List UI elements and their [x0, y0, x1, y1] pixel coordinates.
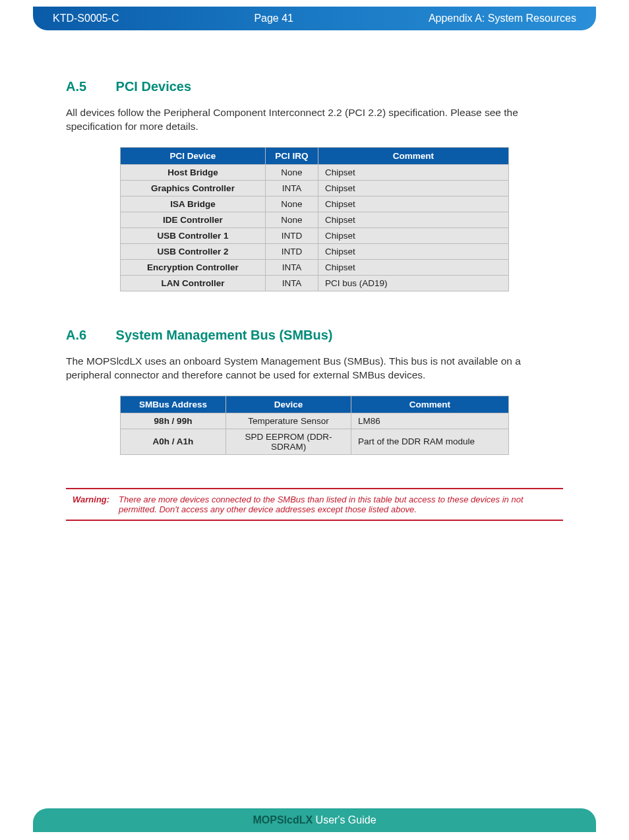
table-row: 98h / 99hTemperature SensorLM86: [121, 413, 509, 429]
section-a5-text: All devices follow the Peripheral Compon…: [66, 106, 563, 134]
section-a5-heading: A.5 PCI Devices: [66, 79, 563, 94]
cell-device: USB Controller 2: [121, 243, 266, 259]
warning-label: Warning:: [66, 495, 119, 514]
cell-address: A0h / A1h: [121, 429, 226, 454]
page-number: Page 41: [254, 13, 293, 24]
section-title: PCI Devices: [116, 79, 192, 94]
cell-device: IDE Controller: [121, 212, 266, 227]
table-row: Graphics ControllerINTAChipset: [121, 180, 509, 196]
smbus-table: SMBus Address Device Comment 98h / 99hTe…: [120, 396, 509, 455]
page-header: KTD-S0005-C Page 41 Appendix A: System R…: [33, 7, 596, 30]
cell-comment: Chipset: [318, 259, 509, 275]
footer-guide: User's Guide: [313, 814, 376, 825]
section-number: A.5: [66, 79, 112, 94]
table-row: Encryption ControllerINTAChipset: [121, 259, 509, 275]
cell-comment: Chipset: [318, 164, 509, 180]
warning-text: There are more devices connected to the …: [119, 495, 563, 514]
table-row: ISA BridgeNoneChipset: [121, 196, 509, 212]
cell-irq: None: [266, 196, 318, 212]
col-pci-irq: PCI IRQ: [266, 147, 318, 164]
cell-irq: None: [266, 164, 318, 180]
pci-devices-table: PCI Device PCI IRQ Comment Host BridgeNo…: [120, 147, 509, 291]
col-smbus-address: SMBus Address: [121, 396, 226, 413]
table-row: Host BridgeNoneChipset: [121, 164, 509, 180]
cell-comment: Chipset: [318, 212, 509, 227]
footer-product: MOPSlcdLX: [253, 814, 313, 825]
cell-device: Host Bridge: [121, 164, 266, 180]
cell-device: Encryption Controller: [121, 259, 266, 275]
table-row: A0h / A1hSPD EEPROM (DDR-SDRAM)Part of t…: [121, 429, 509, 454]
section-a6-heading: A.6 System Management Bus (SMBus): [66, 328, 563, 343]
table-row: LAN ControllerINTAPCI bus (AD19): [121, 275, 509, 291]
cell-device: SPD EEPROM (DDR-SDRAM): [226, 429, 351, 454]
cell-device: USB Controller 1: [121, 227, 266, 243]
col-pci-device: PCI Device: [121, 147, 266, 164]
col-device: Device: [226, 396, 351, 413]
page-footer: MOPSlcdLX User's Guide: [33, 808, 596, 832]
section-a6-text: The MOPSlcdLX uses an onboard System Man…: [66, 355, 563, 382]
cell-device: LAN Controller: [121, 275, 266, 291]
cell-comment: Chipset: [318, 243, 509, 259]
cell-irq: INTA: [266, 180, 318, 196]
section-title: System Management Bus (SMBus): [116, 328, 333, 342]
cell-irq: INTD: [266, 243, 318, 259]
cell-device: Graphics Controller: [121, 180, 266, 196]
section-number: A.6: [66, 328, 112, 343]
col-comment: Comment: [351, 396, 509, 413]
cell-irq: INTA: [266, 275, 318, 291]
cell-irq: INTD: [266, 227, 318, 243]
cell-comment: LM86: [351, 413, 509, 429]
doc-id: KTD-S0005-C: [53, 13, 119, 24]
cell-irq: None: [266, 212, 318, 227]
table-row: USB Controller 2INTDChipset: [121, 243, 509, 259]
cell-device: Temperature Sensor: [226, 413, 351, 429]
table-row: USB Controller 1INTDChipset: [121, 227, 509, 243]
table-row: IDE ControllerNoneChipset: [121, 212, 509, 227]
cell-address: 98h / 99h: [121, 413, 226, 429]
cell-comment: Part of the DDR RAM module: [351, 429, 509, 454]
cell-comment: Chipset: [318, 180, 509, 196]
warning-box: Warning: There are more devices connecte…: [66, 488, 563, 521]
cell-irq: INTA: [266, 259, 318, 275]
appendix-title: Appendix A: System Resources: [429, 13, 576, 24]
cell-comment: PCI bus (AD19): [318, 275, 509, 291]
cell-device: ISA Bridge: [121, 196, 266, 212]
col-comment: Comment: [318, 147, 509, 164]
cell-comment: Chipset: [318, 196, 509, 212]
cell-comment: Chipset: [318, 227, 509, 243]
page-content: A.5 PCI Devices All devices follow the P…: [66, 79, 563, 521]
